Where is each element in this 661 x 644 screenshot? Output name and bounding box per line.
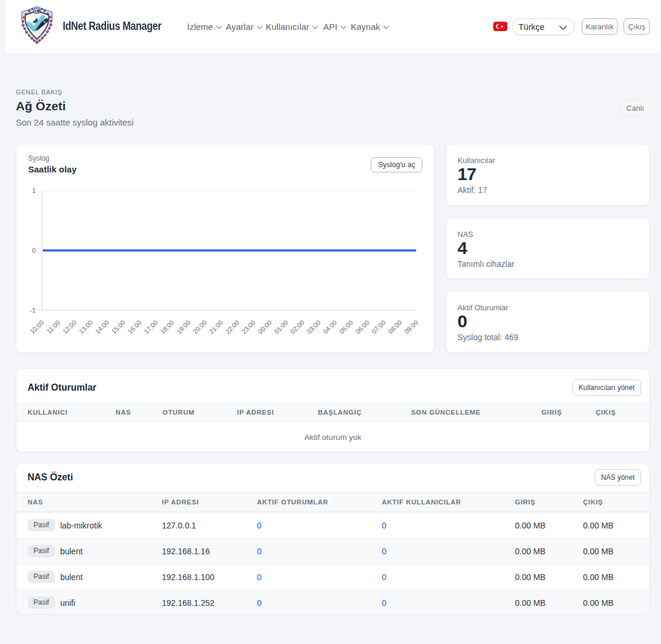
svg-text:0: 0: [32, 247, 36, 254]
svg-text:1: 1: [32, 187, 36, 194]
svg-text:01:00: 01:00: [273, 318, 289, 335]
svg-text:20:00: 20:00: [191, 318, 208, 335]
svg-text:22:00: 22:00: [224, 318, 240, 335]
svg-text:19:00: 19:00: [175, 318, 192, 335]
svg-text:03:00: 03:00: [306, 318, 322, 335]
svg-text:11:00: 11:00: [45, 318, 61, 334]
svg-text:18:00: 18:00: [159, 318, 175, 335]
svg-text:05:00: 05:00: [338, 318, 354, 335]
svg-text:04:00: 04:00: [321, 318, 338, 335]
svg-text:07:00: 07:00: [370, 318, 387, 335]
svg-text:00:00: 00:00: [256, 318, 273, 335]
svg-text:14:00: 14:00: [94, 318, 110, 335]
svg-text:17:00: 17:00: [143, 318, 159, 335]
svg-text:16:00: 16:00: [126, 318, 143, 335]
svg-text:21:00: 21:00: [208, 318, 224, 335]
svg-text:23:00: 23:00: [240, 318, 257, 335]
svg-text:13:00: 13:00: [77, 318, 94, 335]
svg-text:15:00: 15:00: [110, 318, 127, 335]
svg-text:12:00: 12:00: [61, 318, 77, 335]
svg-text:09:00: 09:00: [403, 318, 419, 335]
svg-text:06:00: 06:00: [354, 318, 371, 335]
svg-text:02:00: 02:00: [289, 318, 306, 335]
svg-text:10:00: 10:00: [29, 318, 45, 335]
svg-text:-1: -1: [30, 307, 36, 314]
svg-text:08:00: 08:00: [387, 318, 403, 335]
